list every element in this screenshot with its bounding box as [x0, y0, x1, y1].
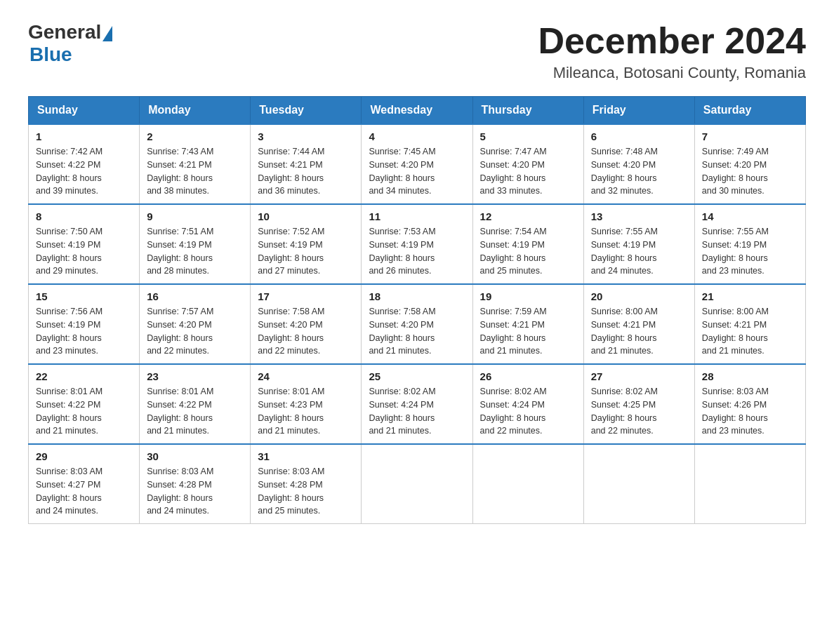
calendar-cell: 24Sunrise: 8:01 AMSunset: 4:23 PMDayligh… — [251, 364, 362, 444]
calendar-cell: 11Sunrise: 7:53 AMSunset: 4:19 PMDayligh… — [362, 204, 472, 284]
day-number: 18 — [369, 290, 465, 302]
day-info: Sunrise: 7:59 AMSunset: 4:21 PMDaylight:… — [480, 305, 576, 358]
day-info: Sunrise: 7:54 AMSunset: 4:19 PMDaylight:… — [480, 225, 576, 278]
day-number: 20 — [591, 290, 687, 302]
calendar-cell: 3Sunrise: 7:44 AMSunset: 4:21 PMDaylight… — [251, 124, 362, 204]
calendar-cell: 9Sunrise: 7:51 AMSunset: 4:19 PMDaylight… — [140, 204, 251, 284]
calendar-cell: 21Sunrise: 8:00 AMSunset: 4:21 PMDayligh… — [694, 284, 805, 364]
logo: General Blue — [28, 21, 112, 66]
calendar-cell: 6Sunrise: 7:48 AMSunset: 4:20 PMDaylight… — [583, 124, 694, 204]
day-info: Sunrise: 8:02 AMSunset: 4:25 PMDaylight:… — [591, 385, 687, 438]
day-number: 9 — [147, 210, 243, 222]
day-info: Sunrise: 8:02 AMSunset: 4:24 PMDaylight:… — [480, 385, 576, 438]
calendar-cell — [583, 444, 694, 524]
calendar-cell: 19Sunrise: 7:59 AMSunset: 4:21 PMDayligh… — [472, 284, 583, 364]
day-number: 19 — [480, 290, 576, 302]
calendar-cell: 26Sunrise: 8:02 AMSunset: 4:24 PMDayligh… — [472, 364, 583, 444]
day-number: 2 — [147, 130, 243, 142]
logo-general-text: General — [28, 21, 101, 43]
day-number: 12 — [480, 210, 576, 222]
day-number: 5 — [480, 130, 576, 142]
calendar-cell: 4Sunrise: 7:45 AMSunset: 4:20 PMDaylight… — [362, 124, 472, 204]
day-info: Sunrise: 7:44 AMSunset: 4:21 PMDaylight:… — [258, 145, 354, 198]
calendar-week-row: 15Sunrise: 7:56 AMSunset: 4:19 PMDayligh… — [29, 284, 806, 364]
calendar-header-friday: Friday — [583, 97, 694, 125]
day-number: 16 — [147, 290, 243, 302]
location-subtitle: Mileanca, Botosani County, Romania — [538, 64, 806, 82]
day-number: 14 — [702, 210, 798, 222]
day-number: 13 — [591, 210, 687, 222]
calendar-cell: 5Sunrise: 7:47 AMSunset: 4:20 PMDaylight… — [472, 124, 583, 204]
calendar-cell: 15Sunrise: 7:56 AMSunset: 4:19 PMDayligh… — [29, 284, 140, 364]
calendar-cell: 31Sunrise: 8:03 AMSunset: 4:28 PMDayligh… — [251, 444, 362, 524]
day-number: 4 — [369, 130, 465, 142]
day-info: Sunrise: 8:03 AMSunset: 4:27 PMDaylight:… — [36, 465, 132, 518]
day-info: Sunrise: 8:00 AMSunset: 4:21 PMDaylight:… — [591, 305, 687, 358]
day-info: Sunrise: 7:58 AMSunset: 4:20 PMDaylight:… — [258, 305, 354, 358]
day-info: Sunrise: 7:55 AMSunset: 4:19 PMDaylight:… — [591, 225, 687, 278]
day-info: Sunrise: 7:48 AMSunset: 4:20 PMDaylight:… — [591, 145, 687, 198]
calendar-cell — [362, 444, 472, 524]
calendar-cell: 14Sunrise: 7:55 AMSunset: 4:19 PMDayligh… — [694, 204, 805, 284]
day-number: 28 — [702, 370, 798, 382]
day-info: Sunrise: 7:43 AMSunset: 4:21 PMDaylight:… — [147, 145, 243, 198]
calendar-cell: 30Sunrise: 8:03 AMSunset: 4:28 PMDayligh… — [140, 444, 251, 524]
day-number: 21 — [702, 290, 798, 302]
calendar-cell: 8Sunrise: 7:50 AMSunset: 4:19 PMDaylight… — [29, 204, 140, 284]
calendar-table: SundayMondayTuesdayWednesdayThursdayFrid… — [28, 96, 806, 524]
calendar-cell: 27Sunrise: 8:02 AMSunset: 4:25 PMDayligh… — [583, 364, 694, 444]
day-info: Sunrise: 7:53 AMSunset: 4:19 PMDaylight:… — [369, 225, 465, 278]
day-info: Sunrise: 7:58 AMSunset: 4:20 PMDaylight:… — [369, 305, 465, 358]
calendar-cell: 7Sunrise: 7:49 AMSunset: 4:20 PMDaylight… — [694, 124, 805, 204]
calendar-cell: 13Sunrise: 7:55 AMSunset: 4:19 PMDayligh… — [583, 204, 694, 284]
day-info: Sunrise: 7:50 AMSunset: 4:19 PMDaylight:… — [36, 225, 132, 278]
calendar-header-sunday: Sunday — [29, 97, 140, 125]
day-number: 25 — [369, 370, 465, 382]
day-info: Sunrise: 8:01 AMSunset: 4:22 PMDaylight:… — [147, 385, 243, 438]
day-info: Sunrise: 7:55 AMSunset: 4:19 PMDaylight:… — [702, 225, 798, 278]
calendar-cell: 20Sunrise: 8:00 AMSunset: 4:21 PMDayligh… — [583, 284, 694, 364]
page-header: General Blue December 2024 Mileanca, Bot… — [28, 21, 806, 82]
day-number: 8 — [36, 210, 132, 222]
day-number: 26 — [480, 370, 576, 382]
day-number: 17 — [258, 290, 354, 302]
day-number: 29 — [36, 450, 132, 462]
day-info: Sunrise: 8:03 AMSunset: 4:28 PMDaylight:… — [147, 465, 243, 518]
calendar-cell: 10Sunrise: 7:52 AMSunset: 4:19 PMDayligh… — [251, 204, 362, 284]
calendar-week-row: 22Sunrise: 8:01 AMSunset: 4:22 PMDayligh… — [29, 364, 806, 444]
day-number: 10 — [258, 210, 354, 222]
calendar-cell: 28Sunrise: 8:03 AMSunset: 4:26 PMDayligh… — [694, 364, 805, 444]
day-info: Sunrise: 7:47 AMSunset: 4:20 PMDaylight:… — [480, 145, 576, 198]
calendar-week-row: 8Sunrise: 7:50 AMSunset: 4:19 PMDaylight… — [29, 204, 806, 284]
calendar-header-row: SundayMondayTuesdayWednesdayThursdayFrid… — [29, 97, 806, 125]
day-info: Sunrise: 8:01 AMSunset: 4:22 PMDaylight:… — [36, 385, 132, 438]
month-year-title: December 2024 — [538, 21, 806, 61]
day-number: 23 — [147, 370, 243, 382]
calendar-cell — [694, 444, 805, 524]
calendar-header-wednesday: Wednesday — [362, 97, 472, 125]
logo-blue-text: Blue — [29, 43, 72, 66]
calendar-cell — [472, 444, 583, 524]
title-section: December 2024 Mileanca, Botosani County,… — [538, 21, 806, 82]
day-number: 6 — [591, 130, 687, 142]
calendar-cell: 17Sunrise: 7:58 AMSunset: 4:20 PMDayligh… — [251, 284, 362, 364]
day-number: 1 — [36, 130, 132, 142]
calendar-week-row: 29Sunrise: 8:03 AMSunset: 4:27 PMDayligh… — [29, 444, 806, 524]
calendar-header-monday: Monday — [140, 97, 251, 125]
calendar-cell: 25Sunrise: 8:02 AMSunset: 4:24 PMDayligh… — [362, 364, 472, 444]
calendar-header-thursday: Thursday — [472, 97, 583, 125]
day-number: 27 — [591, 370, 687, 382]
day-number: 31 — [258, 450, 354, 462]
calendar-cell: 16Sunrise: 7:57 AMSunset: 4:20 PMDayligh… — [140, 284, 251, 364]
day-info: Sunrise: 7:42 AMSunset: 4:22 PMDaylight:… — [36, 145, 132, 198]
calendar-header-saturday: Saturday — [694, 97, 805, 125]
day-info: Sunrise: 7:51 AMSunset: 4:19 PMDaylight:… — [147, 225, 243, 278]
calendar-cell: 23Sunrise: 8:01 AMSunset: 4:22 PMDayligh… — [140, 364, 251, 444]
day-number: 22 — [36, 370, 132, 382]
day-number: 30 — [147, 450, 243, 462]
calendar-cell: 1Sunrise: 7:42 AMSunset: 4:22 PMDaylight… — [29, 124, 140, 204]
logo-triangle-icon — [102, 26, 112, 41]
day-number: 15 — [36, 290, 132, 302]
day-info: Sunrise: 8:01 AMSunset: 4:23 PMDaylight:… — [258, 385, 354, 438]
day-info: Sunrise: 7:45 AMSunset: 4:20 PMDaylight:… — [369, 145, 465, 198]
